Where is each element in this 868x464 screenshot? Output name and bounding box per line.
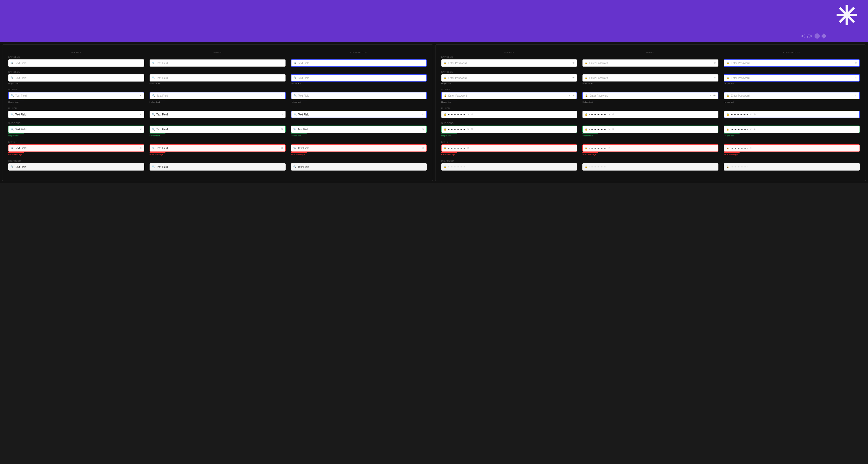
group-label: Enabled bbox=[8, 56, 144, 58]
text-field[interactable]: 🔍Text Field✕ bbox=[150, 111, 286, 118]
text-field[interactable]: 🔒••••••••••••✕👁 bbox=[441, 111, 577, 118]
clear-button[interactable]: ✕ bbox=[422, 147, 424, 149]
group-label bbox=[291, 141, 427, 143]
text-field[interactable]: 🔒••••••••••••✕👁 bbox=[724, 111, 860, 118]
clear-button[interactable]: ✕ bbox=[422, 128, 424, 130]
group-label bbox=[582, 56, 718, 58]
text-field[interactable]: 🔍Text Field bbox=[8, 163, 144, 171]
clear-button[interactable]: ✕ bbox=[750, 113, 752, 116]
helper-text: Helper text bbox=[8, 135, 144, 137]
text-field[interactable]: 🔍Text Field bbox=[150, 74, 286, 82]
text-field[interactable]: 🔍Text Field bbox=[291, 74, 427, 82]
text-field[interactable]: 🔒•••••••••••• bbox=[441, 163, 577, 171]
clear-button[interactable]: ✕ bbox=[140, 147, 142, 149]
password-dots: •••••••••••• bbox=[589, 166, 607, 169]
text-field[interactable]: 🔍Text Field✕ bbox=[150, 125, 286, 133]
toggle-visibility-icon[interactable]: 👁 bbox=[612, 128, 614, 130]
toggle-visibility-icon[interactable]: 👁 bbox=[471, 128, 473, 130]
text-field[interactable]: 🔍Text Field✕ bbox=[291, 92, 427, 99]
text-field[interactable]: 🔒Enter Password✕👁 bbox=[582, 92, 718, 99]
text-field[interactable]: 🔍Text Field bbox=[291, 163, 427, 171]
helper-text: Error message bbox=[441, 153, 577, 156]
field-wrapper: 🔒Enter Password👁Helper text bbox=[441, 74, 577, 85]
group-label bbox=[582, 88, 718, 91]
clear-button[interactable]: ✕ bbox=[140, 128, 142, 130]
text-field[interactable]: 🔒••••••••••••✕👁 bbox=[582, 111, 718, 118]
clear-button[interactable]: ✕ bbox=[608, 113, 611, 116]
text-field[interactable]: 🔒••••••••••••✕👁 bbox=[441, 125, 577, 133]
toggle-visibility-icon[interactable]: 👁 bbox=[855, 62, 857, 64]
success-line bbox=[150, 134, 165, 134]
text-field[interactable]: 🔒••••••••••••✕ bbox=[441, 144, 577, 152]
toggle-visibility-icon[interactable]: 👁 bbox=[572, 77, 575, 79]
toggle-visibility-icon[interactable]: 👁 bbox=[714, 77, 716, 79]
text-field[interactable]: 🔍Text Field✕ bbox=[8, 111, 144, 118]
toggle-visibility-icon[interactable]: 👁 bbox=[855, 77, 857, 79]
text-field[interactable]: 🔍Text Field✕ bbox=[291, 111, 427, 118]
clear-button[interactable]: ✕ bbox=[608, 128, 611, 130]
text-field[interactable]: 🔍Text Field✕ bbox=[291, 125, 427, 133]
text-field[interactable]: 🔒Enter Password✕👁 bbox=[724, 92, 860, 99]
text-field[interactable]: 🔒Enter Password👁 bbox=[582, 74, 718, 82]
text-field[interactable]: 🔒Enter Password✕👁 bbox=[441, 92, 577, 99]
clear-button[interactable]: ✕ bbox=[281, 128, 283, 130]
clear-button[interactable]: ✕ bbox=[750, 128, 752, 130]
field-placeholder: Enter Password bbox=[448, 62, 571, 65]
text-field[interactable]: 🔒•••••••••••• bbox=[724, 163, 860, 171]
text-field[interactable]: 🔒Enter Password👁 bbox=[724, 74, 860, 82]
toggle-visibility-icon[interactable]: 👁 bbox=[855, 94, 857, 97]
clear-button[interactable]: ✕ bbox=[281, 94, 283, 97]
text-field[interactable]: 🔍Text Field✕ bbox=[150, 92, 286, 99]
clear-button[interactable]: ✕ bbox=[467, 128, 469, 130]
text-field[interactable]: 🔍Text Field✕ bbox=[8, 144, 144, 152]
clear-button[interactable]: ✕ bbox=[750, 147, 752, 149]
toggle-visibility-icon[interactable]: 👁 bbox=[612, 113, 614, 116]
field-value: Text Field bbox=[298, 128, 421, 131]
clear-button[interactable]: ✕ bbox=[422, 113, 424, 116]
text-field[interactable]: 🔍Text Field bbox=[8, 74, 144, 82]
text-field[interactable]: 🔍Text Field bbox=[150, 59, 286, 67]
clear-button[interactable]: ✕ bbox=[140, 94, 142, 97]
password-dots: •••••••••••• bbox=[731, 166, 748, 169]
group-label bbox=[150, 70, 286, 73]
toggle-visibility-icon[interactable]: 👁 bbox=[753, 128, 756, 130]
clear-button[interactable]: ✕ bbox=[710, 94, 712, 97]
clear-button[interactable]: ✕ bbox=[422, 94, 424, 97]
clear-button[interactable]: ✕ bbox=[568, 94, 570, 97]
text-field[interactable]: 🔒••••••••••••✕ bbox=[724, 144, 860, 152]
toggle-visibility-icon[interactable]: 👁 bbox=[754, 113, 756, 116]
text-field[interactable]: 🔒Enter Password👁 bbox=[441, 74, 577, 82]
text-field[interactable]: 🔒Enter Password👁 bbox=[441, 59, 577, 67]
clear-button[interactable]: ✕ bbox=[140, 113, 142, 116]
clear-button[interactable]: ✕ bbox=[851, 94, 853, 97]
text-field[interactable]: 🔒••••••••••••✕ bbox=[582, 144, 718, 152]
toggle-visibility-icon[interactable]: 👁 bbox=[572, 94, 575, 97]
text-field[interactable]: 🔒Enter Password👁 bbox=[724, 59, 860, 67]
toggle-visibility-icon[interactable]: 👁 bbox=[572, 62, 575, 64]
clear-button[interactable]: ✕ bbox=[608, 147, 611, 149]
text-field[interactable]: 🔒••••••••••••✕👁 bbox=[724, 125, 860, 133]
toggle-visibility-icon[interactable]: 👁 bbox=[471, 113, 473, 116]
clear-button[interactable]: ✕ bbox=[281, 147, 283, 149]
text-field[interactable]: 🔒Enter Password👁 bbox=[582, 59, 718, 67]
clear-button[interactable]: ✕ bbox=[281, 113, 283, 116]
text-field[interactable]: 🔍Text Field✕ bbox=[8, 92, 144, 99]
error-line bbox=[441, 152, 457, 153]
clear-button[interactable]: ✕ bbox=[467, 147, 469, 149]
text-field[interactable]: 🔒•••••••••••• bbox=[582, 163, 718, 171]
text-field[interactable]: 🔍Text Field✕ bbox=[291, 144, 427, 152]
field-wrapper: 🔒Enter Password👁 bbox=[441, 59, 577, 67]
field-wrapper: 🔍Text Field bbox=[8, 163, 144, 171]
text-field[interactable]: 🔍Text Field bbox=[8, 59, 144, 67]
text-field[interactable]: 🔍Text Field✕ bbox=[8, 125, 144, 133]
col-header-default: Default bbox=[441, 51, 577, 54]
text-field[interactable]: 🔒••••••••••••✕👁 bbox=[582, 125, 718, 133]
toggle-visibility-icon[interactable]: 👁 bbox=[714, 62, 716, 64]
text-field[interactable]: 🔍Text Field bbox=[150, 163, 286, 171]
text-field[interactable]: 🔍Text Field✕ bbox=[150, 144, 286, 152]
clear-button[interactable]: ✕ bbox=[467, 113, 469, 116]
text-field[interactable]: 🔍Text Field bbox=[291, 59, 427, 67]
search-icon: 🔍 bbox=[10, 62, 13, 64]
helper-text: Helper text bbox=[441, 135, 577, 137]
toggle-visibility-icon[interactable]: 👁 bbox=[713, 94, 716, 97]
